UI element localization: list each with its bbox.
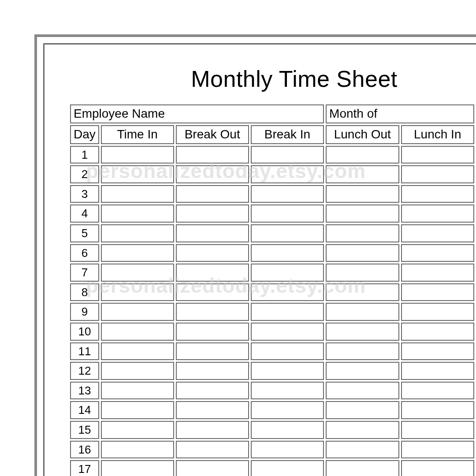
- time-cell[interactable]: [401, 303, 474, 321]
- time-cell[interactable]: [176, 460, 249, 476]
- time-cell[interactable]: [326, 323, 399, 341]
- time-cell[interactable]: [176, 342, 249, 361]
- time-cell[interactable]: [251, 421, 324, 439]
- time-cell[interactable]: [401, 323, 474, 341]
- time-cell[interactable]: [326, 205, 399, 223]
- time-cell[interactable]: [401, 146, 474, 164]
- time-cell[interactable]: [251, 205, 324, 223]
- time-cell[interactable]: [101, 224, 174, 242]
- time-cell[interactable]: [251, 283, 324, 301]
- table-row: 1: [70, 146, 474, 164]
- time-cell[interactable]: [101, 441, 174, 459]
- time-cell[interactable]: [326, 185, 399, 203]
- day-cell: 11: [70, 342, 99, 361]
- table-row: 3: [70, 185, 474, 203]
- time-cell[interactable]: [101, 165, 174, 183]
- time-cell[interactable]: [251, 224, 324, 242]
- time-cell[interactable]: [251, 264, 324, 282]
- header-lunch-out: Lunch Out: [326, 125, 399, 144]
- time-cell[interactable]: [326, 224, 399, 242]
- time-cell[interactable]: [401, 224, 474, 242]
- table-row: 13: [70, 382, 474, 400]
- table-row: 11: [70, 342, 474, 361]
- employee-name-field[interactable]: Employee Name: [70, 104, 324, 123]
- time-cell[interactable]: [176, 264, 249, 282]
- time-cell[interactable]: [101, 362, 174, 380]
- day-cell: 9: [70, 303, 99, 321]
- time-cell[interactable]: [251, 342, 324, 361]
- time-cell[interactable]: [176, 401, 249, 419]
- time-cell[interactable]: [251, 323, 324, 341]
- time-cell[interactable]: [101, 264, 174, 282]
- time-cell[interactable]: [251, 441, 324, 459]
- table-row: 7: [70, 264, 474, 282]
- time-cell[interactable]: [176, 205, 249, 223]
- time-cell[interactable]: [176, 382, 249, 400]
- table-row: 5: [70, 224, 474, 242]
- time-cell[interactable]: [101, 460, 174, 476]
- day-cell: 14: [70, 401, 99, 419]
- time-cell[interactable]: [326, 401, 399, 419]
- time-cell[interactable]: [251, 146, 324, 164]
- time-cell[interactable]: [326, 460, 399, 476]
- time-cell[interactable]: [251, 362, 324, 380]
- time-cell[interactable]: [401, 401, 474, 419]
- table-row: 15: [70, 421, 474, 439]
- month-of-field[interactable]: Month of: [326, 104, 474, 123]
- time-cell[interactable]: [401, 165, 474, 183]
- time-cell[interactable]: [326, 303, 399, 321]
- time-cell[interactable]: [326, 382, 399, 400]
- time-cell[interactable]: [401, 342, 474, 361]
- time-cell[interactable]: [101, 382, 174, 400]
- time-cell[interactable]: [101, 421, 174, 439]
- time-cell[interactable]: [401, 264, 474, 282]
- time-cell[interactable]: [176, 362, 249, 380]
- time-cell[interactable]: [101, 342, 174, 361]
- time-cell[interactable]: [251, 303, 324, 321]
- time-cell[interactable]: [176, 323, 249, 341]
- time-cell[interactable]: [326, 342, 399, 361]
- time-cell[interactable]: [326, 362, 399, 380]
- time-cell[interactable]: [176, 303, 249, 321]
- time-cell[interactable]: [326, 283, 399, 301]
- time-cell[interactable]: [176, 283, 249, 301]
- time-cell[interactable]: [326, 421, 399, 439]
- time-cell[interactable]: [401, 421, 474, 439]
- time-cell[interactable]: [401, 362, 474, 380]
- time-cell[interactable]: [101, 323, 174, 341]
- time-cell[interactable]: [251, 165, 324, 183]
- time-cell[interactable]: [176, 165, 249, 183]
- time-cell[interactable]: [176, 421, 249, 439]
- time-cell[interactable]: [176, 185, 249, 203]
- time-cell[interactable]: [176, 441, 249, 459]
- time-cell[interactable]: [101, 283, 174, 301]
- time-cell[interactable]: [101, 303, 174, 321]
- time-cell[interactable]: [401, 460, 474, 476]
- time-cell[interactable]: [101, 244, 174, 262]
- time-cell[interactable]: [176, 244, 249, 262]
- time-cell[interactable]: [251, 460, 324, 476]
- time-cell[interactable]: [251, 185, 324, 203]
- time-cell[interactable]: [326, 244, 399, 262]
- time-cell[interactable]: [326, 165, 399, 183]
- time-cell[interactable]: [326, 146, 399, 164]
- time-cell[interactable]: [401, 283, 474, 301]
- time-cell[interactable]: [401, 382, 474, 400]
- time-cell[interactable]: [401, 441, 474, 459]
- time-cell[interactable]: [101, 401, 174, 419]
- time-cell[interactable]: [251, 382, 324, 400]
- time-cell[interactable]: [251, 244, 324, 262]
- time-cell[interactable]: [176, 224, 249, 242]
- time-cell[interactable]: [176, 146, 249, 164]
- time-cell[interactable]: [326, 264, 399, 282]
- day-cell: 8: [70, 283, 99, 301]
- time-cell[interactable]: [326, 441, 399, 459]
- time-cell[interactable]: [101, 185, 174, 203]
- time-cell[interactable]: [401, 205, 474, 223]
- time-cell[interactable]: [101, 146, 174, 164]
- time-cell[interactable]: [251, 401, 324, 419]
- time-cell[interactable]: [401, 185, 474, 203]
- table-row: 9: [70, 303, 474, 321]
- time-cell[interactable]: [101, 205, 174, 223]
- time-cell[interactable]: [401, 244, 474, 262]
